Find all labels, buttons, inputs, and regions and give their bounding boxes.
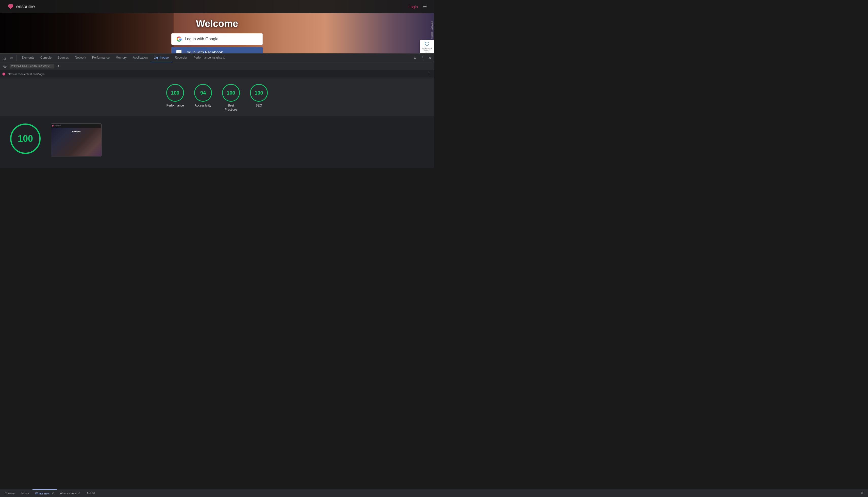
website-preview: ensoulee Login ☰ Welcome Log in with Goo… — [0, 0, 434, 53]
tab-performance-insights[interactable]: Performance insights ⚠ — [190, 54, 229, 62]
score-seo: 100 SEO — [250, 84, 268, 108]
google-login-button[interactable]: Log in with Google — [171, 33, 263, 45]
privacy-terms-badge: Privacy · Terms — [422, 50, 432, 53]
score-circle-accessibility: 94 — [194, 84, 212, 102]
score-circle-performance: 100 — [166, 84, 184, 102]
score-label-performance: Performance — [166, 104, 184, 108]
nav-login-link[interactable]: Login — [408, 4, 418, 9]
thumb-welcome-text: Welcome — [51, 130, 101, 133]
settings-icon[interactable]: ⚙ — [412, 55, 418, 61]
privacy-terms-side: Privacy · Terms — [430, 20, 434, 40]
score-best-practices: 100 BestPractices — [222, 84, 240, 112]
thumb-logo — [52, 125, 54, 127]
lighthouse-toolbar: ⊕ 2:19:41 PM – ensouleetest.c… ↺ — [0, 62, 434, 70]
score-accessibility: 94 Accessibility — [194, 84, 212, 108]
tab-application[interactable]: Application — [130, 54, 151, 62]
big-score-section: 100 ensoulee Welcome — [0, 116, 434, 168]
score-circle-seo: 100 — [250, 84, 268, 102]
tab-elements[interactable]: Elements — [18, 54, 37, 62]
tab-lighthouse[interactable]: Lighthouse — [151, 54, 172, 62]
tab-memory[interactable]: Memory — [113, 54, 130, 62]
recaptcha-badge: 🛡 reCAPTCHA Privacy · Terms — [420, 40, 434, 53]
recaptcha-text: reCAPTCHA — [422, 48, 432, 50]
big-score-circle: 100 — [10, 124, 41, 154]
devtools-tab-right-icons: ⚙ ⋮ ✕ — [412, 55, 432, 61]
google-icon — [177, 37, 182, 42]
score-circle-best-practices: 100 — [222, 84, 240, 102]
facebook-login-button[interactable]: f Log in with Facebook — [171, 47, 263, 53]
tab-console[interactable]: Console — [37, 54, 55, 62]
logo-text: ensoulee — [16, 4, 35, 9]
tab-sources[interactable]: Sources — [55, 54, 72, 62]
devtools-url-bar: https://ensouleetest.com/login ⋮ — [0, 70, 434, 78]
tab-performance[interactable]: Performance — [89, 54, 113, 62]
lighthouse-scores: 100 Performance 94 Accessibility 100 Bes… — [0, 78, 434, 116]
inspect-icon[interactable]: ⬚ — [1, 55, 7, 61]
thumb-site-name: ensoulee — [55, 125, 61, 127]
thumb-nav: ensoulee — [51, 124, 101, 128]
logo-icon — [7, 3, 14, 10]
device-icon[interactable]: ▭ — [9, 55, 14, 61]
devtools-panel: ⬚ ▭ Elements Console Sources Network Per… — [0, 53, 434, 168]
facebook-btn-label: Log in with Facebook — [184, 50, 223, 53]
website-content: Welcome Log in with Google f Log in with… — [0, 13, 434, 53]
recaptcha-icon: 🛡 — [422, 42, 432, 47]
report-url: https://ensouleetest.com/login — [8, 72, 426, 75]
score-performance: 100 Performance — [166, 84, 184, 108]
score-label-seo: SEO — [256, 104, 262, 108]
facebook-icon: f — [176, 50, 181, 53]
refresh-icon[interactable]: ↺ — [56, 64, 59, 68]
url-more-icon[interactable]: ⋮ — [428, 71, 432, 76]
close-devtools-icon[interactable]: ✕ — [427, 55, 432, 61]
nav-right: Login ☰ — [408, 4, 427, 9]
devtools-tabs-bar: ⬚ ▭ Elements Console Sources Network Per… — [0, 54, 434, 62]
add-report-button[interactable]: ⊕ — [2, 63, 8, 69]
google-btn-label: Log in with Google — [185, 37, 219, 41]
thumbnail-inner: ensoulee Welcome — [51, 124, 101, 156]
tab-recorder[interactable]: Recorder — [172, 54, 190, 62]
logo-container: ensoulee — [7, 3, 35, 10]
more-icon[interactable]: ⋮ — [420, 55, 425, 61]
site-thumbnail: ensoulee Welcome — [51, 124, 101, 156]
score-label-best-practices: BestPractices — [225, 104, 237, 112]
devtools-left-icons: ⬚ ▭ — [1, 55, 16, 61]
score-label-accessibility: Accessibility — [195, 104, 211, 108]
favicon-icon — [2, 72, 5, 76]
perf-insights-icon: ⚠ — [223, 56, 226, 59]
tab-network[interactable]: Network — [72, 54, 89, 62]
website-navbar: ensoulee Login ☰ — [0, 0, 434, 13]
welcome-title: Welcome — [196, 18, 238, 29]
report-timestamp[interactable]: 2:19:41 PM – ensouleetest.c… — [10, 64, 54, 69]
hamburger-icon[interactable]: ☰ — [423, 4, 427, 9]
